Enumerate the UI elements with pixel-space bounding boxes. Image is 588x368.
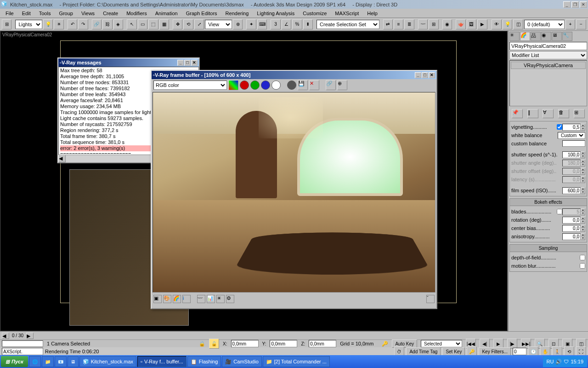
make-unique-button[interactable]: ∀	[543, 109, 554, 118]
vfb-expand-button[interactable]: ˇ	[426, 295, 435, 303]
menu-file[interactable]: File	[2, 10, 17, 17]
snap-button[interactable]: 3	[271, 19, 280, 29]
task-kitchen[interactable]: 🧊Kitchen_stock.max	[79, 356, 136, 367]
timeline-next[interactable]: ▶	[26, 333, 34, 339]
menu-group[interactable]: Group	[55, 10, 77, 17]
layers-button[interactable]: ≣	[404, 19, 414, 29]
dof-check[interactable]	[580, 255, 585, 260]
current-frame-input[interactable]	[513, 348, 526, 355]
shade-select[interactable]: 0 (default)	[524, 20, 565, 29]
vfb-history-button[interactable]: 🎨	[163, 295, 171, 303]
maximize-button[interactable]: ❐	[571, 1, 579, 8]
quick-launch-3[interactable]: 📧	[55, 356, 67, 367]
keyboard-button[interactable]: ⌨	[257, 19, 267, 29]
lock-selection-button[interactable]: 🔓	[209, 339, 219, 349]
script-input[interactable]	[2, 348, 43, 355]
material-editor-button[interactable]: ◉	[442, 19, 452, 29]
vfb-info-button[interactable]: i	[182, 295, 191, 303]
msg-close-button[interactable]: ✕	[191, 60, 198, 66]
track-mouse-button[interactable]: ⊕	[337, 80, 347, 90]
menu-rendering[interactable]: Rendering	[222, 10, 253, 17]
modifier-stack[interactable]: VRayPhysicalCamera	[509, 60, 587, 106]
vignetting-check[interactable]	[557, 124, 562, 130]
configure-button[interactable]: ⊞	[574, 109, 585, 118]
ref-coord-select[interactable]: View	[205, 20, 232, 29]
minimize-button[interactable]: _	[563, 1, 571, 8]
alpha-channel-button[interactable]	[271, 80, 281, 90]
clock[interactable]: 15:19	[571, 359, 583, 364]
eye-icon[interactable]: 👁	[492, 19, 501, 29]
stack-item[interactable]: VRayPhysicalCamera	[511, 62, 586, 69]
msg-maximize-button[interactable]: □	[184, 60, 191, 66]
vfb-cc-button[interactable]: 🌈	[173, 295, 181, 303]
white-balance-select[interactable]: Custom	[558, 132, 585, 139]
remove-mod-button[interactable]: 🗑	[558, 109, 569, 118]
tray-icon[interactable]: 🔊	[555, 359, 562, 365]
clear-button[interactable]: ✕	[309, 80, 319, 90]
shade-add-button[interactable]: +	[565, 19, 575, 29]
rotate-button[interactable]: ⟲	[183, 19, 193, 29]
menu-graph-editors[interactable]: Graph Editors	[182, 10, 221, 17]
render-button[interactable]: ▶	[477, 19, 487, 29]
scroll-left-button[interactable]: ◀	[58, 155, 66, 162]
lang-indicator[interactable]: RU	[547, 359, 554, 364]
lightbulb-icon[interactable]: 💡	[503, 19, 512, 29]
set-key-button[interactable]: Set Key	[442, 347, 465, 356]
spinner-snap-button[interactable]: ⬍	[303, 19, 313, 29]
link-button[interactable]: 🔗	[92, 19, 102, 29]
selection-set-select[interactable]: Create Selection Set	[317, 20, 379, 29]
add-time-tag-button[interactable]: Add Time Tag	[406, 347, 441, 356]
schematic-button[interactable]: ⊞	[429, 19, 438, 29]
manipulate-button[interactable]: ✦	[246, 19, 256, 29]
task-vray-buffer[interactable]: ▫V-Ray f... buffer...	[137, 356, 187, 367]
move-button[interactable]: ✥	[173, 19, 182, 29]
shade-del-button[interactable]: −	[576, 19, 586, 29]
select-button[interactable]: ↖	[127, 19, 136, 29]
select-region-button[interactable]: ⬚	[148, 19, 158, 29]
menu-edit[interactable]: Edit	[18, 10, 34, 17]
vfb-region-button[interactable]: ▣	[153, 295, 162, 303]
rgb-button[interactable]	[228, 80, 238, 90]
center-bias-input[interactable]	[562, 225, 581, 232]
timeline-prev[interactable]: ◀	[2, 333, 9, 339]
pin-stack-button[interactable]: 📌	[512, 109, 523, 118]
anisotropy-spinner[interactable]: ▲▼	[581, 233, 585, 240]
msg-minimize-button[interactable]: _	[177, 60, 184, 66]
pivot-button[interactable]: ⊕	[233, 19, 243, 29]
vfb-srgb-button[interactable]: ⚙	[226, 295, 234, 303]
rotation-input[interactable]	[562, 217, 581, 224]
angle-snap-button[interactable]: ∠	[282, 19, 291, 29]
unlink-button[interactable]: ⛓	[102, 19, 112, 29]
vfb-render-area[interactable]	[153, 92, 435, 293]
menu-customize[interactable]: Customize	[299, 10, 330, 17]
anisotropy-input[interactable]	[562, 233, 581, 240]
window-crossing-button[interactable]: ▦	[159, 19, 169, 29]
vfb-channel-select[interactable]: RGB color	[153, 80, 227, 90]
motion-tab[interactable]: ◉	[541, 32, 551, 41]
z-coord-input[interactable]	[309, 340, 336, 347]
vfb-levels-button[interactable]: 📊	[207, 295, 215, 303]
shutter-speed-input[interactable]	[562, 151, 581, 158]
film-speed-spinner[interactable]: ▲▼	[581, 187, 585, 194]
scale-button[interactable]: ⤢	[194, 19, 204, 29]
light-tool-1[interactable]: 💡	[43, 19, 53, 29]
quick-launch-2[interactable]: 📁	[42, 356, 54, 367]
modifier-list-select[interactable]: Modifier List	[509, 51, 587, 59]
percent-snap-button[interactable]: %	[292, 19, 302, 29]
custom-balance-swatch[interactable]	[562, 140, 585, 147]
menu-animation[interactable]: Animation	[152, 10, 181, 17]
mirror-button[interactable]: ⇄	[383, 19, 393, 29]
center-bias-spinner[interactable]: ▲▼	[581, 225, 585, 232]
modify-tab[interactable]: 🌈	[520, 32, 530, 41]
green-channel-button[interactable]	[250, 80, 260, 90]
film-speed-input[interactable]	[562, 187, 581, 194]
redo-button[interactable]: ↷	[78, 19, 88, 29]
render-setup-button[interactable]: 🫖	[456, 19, 465, 29]
menu-create[interactable]: Create	[99, 10, 122, 17]
bokeh-header[interactable]: Bokeh effects	[510, 199, 587, 206]
shutter-speed-spinner[interactable]: ▲▼	[581, 151, 585, 158]
red-channel-button[interactable]	[240, 80, 249, 90]
y-coord-input[interactable]	[270, 340, 297, 347]
x-coord-input[interactable]	[231, 340, 259, 347]
task-flashing[interactable]: 📋Flashing	[187, 356, 221, 367]
